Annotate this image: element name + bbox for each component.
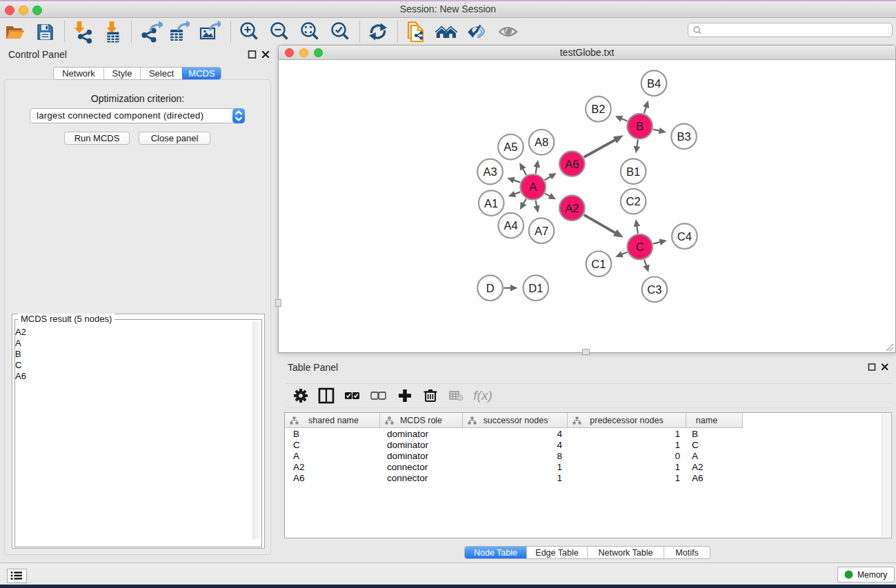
svg-text:f(x): f(x) bbox=[473, 388, 492, 403]
svg-text:B1: B1 bbox=[626, 165, 640, 177]
svg-text:A8: A8 bbox=[535, 136, 548, 148]
svg-text:C: C bbox=[636, 241, 644, 253]
svg-text:A: A bbox=[529, 181, 537, 193]
svg-text:B3: B3 bbox=[677, 130, 690, 142]
svg-text:A1: A1 bbox=[484, 196, 498, 209]
svg-text:C3: C3 bbox=[647, 283, 661, 295]
svg-text:A2: A2 bbox=[565, 201, 579, 214]
svg-text:A7: A7 bbox=[535, 224, 548, 236]
svg-text:C2: C2 bbox=[626, 195, 641, 207]
svg-text:C1: C1 bbox=[591, 257, 606, 270]
svg-text:A3: A3 bbox=[483, 165, 497, 178]
svg-text:D: D bbox=[486, 281, 495, 294]
svg-text:A5: A5 bbox=[504, 141, 517, 153]
svg-text:B4: B4 bbox=[647, 77, 661, 89]
svg-text:A6: A6 bbox=[565, 157, 579, 170]
svg-text:D1: D1 bbox=[528, 281, 543, 294]
svg-text:B: B bbox=[636, 120, 644, 132]
svg-text:B2: B2 bbox=[591, 103, 605, 115]
svg-text:C4: C4 bbox=[677, 230, 692, 242]
svg-text:A4: A4 bbox=[504, 219, 518, 232]
